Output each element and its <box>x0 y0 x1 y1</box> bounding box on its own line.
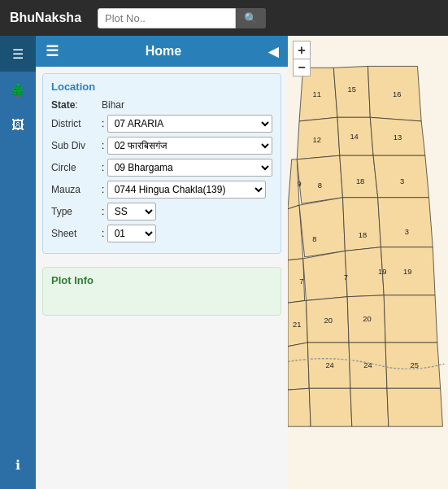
zoom-out-button[interactable]: − <box>293 59 311 76</box>
svg-text:19: 19 <box>403 268 411 276</box>
sidebar-image-icon[interactable]: 🖼 <box>0 107 36 143</box>
plot-info-title: Plot Info <box>51 274 272 286</box>
navbar: BhuNaksha 🔍 <box>0 0 448 36</box>
svg-text:11: 11 <box>312 90 320 98</box>
circle-select[interactable]: 09 Bhargama <box>107 159 272 177</box>
svg-text:14: 14 <box>350 133 358 141</box>
svg-text:8: 8 <box>318 182 322 190</box>
svg-text:19: 19 <box>378 268 386 276</box>
icon-sidebar: ☰ 🌲 🖼 ℹ <box>0 36 36 489</box>
map-svg: 11 15 16 12 14 13 9 8 18 3 8 18 3 7 7 19… <box>288 36 448 489</box>
svg-text:24: 24 <box>325 361 333 369</box>
subdiv-row: Sub Div : 02 फारबिसगंज <box>51 137 272 155</box>
sidebar-menu-icon[interactable]: ☰ <box>0 36 36 72</box>
type-label: Type <box>51 206 102 217</box>
panel-header: ☰ Home ◀ <box>36 36 288 67</box>
district-label: District <box>51 118 102 129</box>
circle-label: Circle <box>51 162 102 173</box>
sheet-label: Sheet <box>51 228 102 239</box>
zoom-controls: + − <box>293 41 311 76</box>
hamburger-icon: ☰ <box>12 46 24 62</box>
state-label: State: <box>51 99 102 111</box>
svg-marker-7 <box>297 155 342 203</box>
panel-collapse-button[interactable]: ◀ <box>268 44 278 59</box>
svg-text:9: 9 <box>297 180 301 188</box>
svg-text:18: 18 <box>356 177 364 186</box>
search-container: 🔍 <box>98 8 266 28</box>
location-title: Location <box>51 81 272 93</box>
svg-marker-11 <box>299 198 345 257</box>
search-input[interactable] <box>98 8 236 28</box>
location-section: Location State: Bihar District : 07 ARAR… <box>42 73 281 254</box>
panel-title: Home <box>146 44 181 59</box>
map-area[interactable]: + − <box>288 36 448 489</box>
svg-text:7: 7 <box>344 273 348 282</box>
svg-text:12: 12 <box>312 136 320 144</box>
search-icon: 🔍 <box>244 12 258 24</box>
mauza-row: Mauza : 0744 Hingua Chakla(139) <box>51 181 272 199</box>
svg-text:18: 18 <box>359 231 367 239</box>
state-value: Bihar <box>102 99 124 111</box>
svg-text:15: 15 <box>348 85 356 94</box>
info-icon: ℹ <box>15 457 20 473</box>
image-icon: 🖼 <box>11 118 24 133</box>
svg-marker-21 <box>384 295 437 343</box>
svg-marker-15 <box>303 251 347 300</box>
district-row: District : 07 ARARIA <box>51 115 272 133</box>
svg-text:21: 21 <box>293 321 301 329</box>
plot-info-section: Plot Info <box>42 267 281 316</box>
tree-icon: 🌲 <box>10 82 26 98</box>
type-row: Type : SS <box>51 203 272 220</box>
zoom-in-button[interactable]: + <box>293 41 311 59</box>
svg-marker-12 <box>343 198 381 251</box>
svg-marker-28 <box>350 388 389 426</box>
svg-marker-27 <box>309 388 352 426</box>
state-row: State: Bihar <box>51 99 272 111</box>
sheet-select[interactable]: 01 <box>107 225 156 242</box>
search-button[interactable]: 🔍 <box>236 8 266 28</box>
svg-marker-29 <box>387 388 442 426</box>
main-container: ☰ 🌲 🖼 ℹ ☰ Home ◀ Location State: Bihar <box>0 36 448 489</box>
sidebar-info-icon[interactable]: ℹ <box>0 447 36 482</box>
svg-text:7: 7 <box>299 277 303 286</box>
type-select[interactable]: SS <box>107 203 156 220</box>
subdiv-select[interactable]: 02 फारबिसगंज <box>107 137 272 155</box>
sidebar-tree-icon[interactable]: 🌲 <box>0 72 36 107</box>
mauza-select[interactable]: 0744 Hingua Chakla(139) <box>107 181 266 199</box>
panel-hamburger[interactable]: ☰ <box>46 42 59 60</box>
circle-row: Circle : 09 Bhargama <box>51 159 272 177</box>
svg-marker-13 <box>378 198 433 247</box>
svg-marker-26 <box>288 388 311 426</box>
sheet-row: Sheet : 01 <box>51 225 272 242</box>
district-select[interactable]: 07 ARARIA <box>107 115 272 133</box>
mauza-label: Mauza <box>51 184 102 195</box>
svg-text:20: 20 <box>324 317 333 325</box>
svg-text:20: 20 <box>363 315 371 323</box>
svg-text:16: 16 <box>393 90 401 98</box>
app-brand: BhuNaksha <box>10 11 81 25</box>
left-panel: ☰ Home ◀ Location State: Bihar District … <box>36 36 288 489</box>
svg-text:3: 3 <box>405 228 409 236</box>
svg-text:13: 13 <box>394 133 402 142</box>
subdiv-label: Sub Div <box>51 140 102 151</box>
svg-text:3: 3 <box>400 177 404 186</box>
svg-marker-22 <box>288 343 309 390</box>
svg-text:8: 8 <box>312 235 316 243</box>
